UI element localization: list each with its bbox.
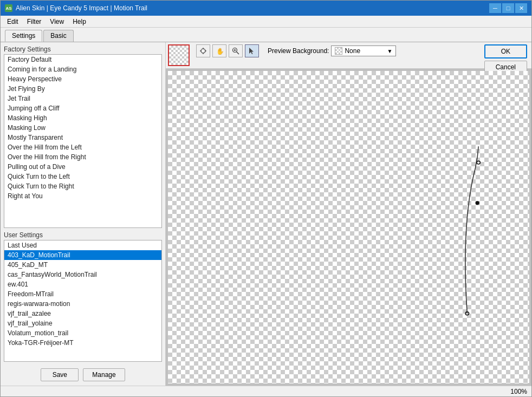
minimize-button[interactable]: ─: [489, 3, 501, 13]
list-item[interactable]: Coming in for a Landing: [4, 64, 161, 74]
list-item[interactable]: Volatum_motion_trail: [4, 328, 161, 338]
list-item[interactable]: Heavy Perspective: [4, 74, 161, 84]
list-item[interactable]: Yoka-TGR-Fréijoer-MT: [4, 338, 161, 348]
checkerboard-background: [168, 71, 529, 383]
svg-text:✋: ✋: [216, 47, 223, 55]
list-item[interactable]: Freedom-MTrail: [4, 289, 161, 299]
list-item[interactable]: Jumping off a Cliff: [4, 103, 161, 113]
list-item[interactable]: regis-warwara-motion: [4, 299, 161, 309]
thumbnail-preview: [168, 44, 190, 66]
list-item[interactable]: Jet Flying By: [4, 84, 161, 94]
list-item[interactable]: vjf_trail_azalee: [4, 309, 161, 318]
svg-line-7: [237, 52, 239, 55]
preview-background-label: Preview Background:: [268, 47, 329, 55]
tab-bar: Settings Basic: [1, 28, 531, 42]
right-panel: ✋: [166, 42, 531, 386]
factory-settings-section: Factory Settings Factory Default Coming …: [4, 45, 162, 228]
factory-settings-label: Factory Settings: [4, 45, 162, 53]
crosshair-icon: [199, 47, 207, 55]
user-settings-list[interactable]: Last Used 403_KaD_MotionTrail 405_KaD_MT…: [4, 240, 162, 362]
preview-background-value: None: [345, 47, 360, 55]
list-item[interactable]: Over the Hill from the Right: [4, 152, 161, 162]
tool-zoom-button[interactable]: [229, 44, 243, 57]
list-item[interactable]: cas_FantasyWorld_MotionTrail: [4, 270, 161, 279]
maximize-button[interactable]: □: [502, 3, 514, 13]
zoom-icon: [232, 47, 239, 55]
ok-button[interactable]: OK: [484, 44, 527, 58]
list-item[interactable]: Masking High: [4, 113, 161, 123]
svg-point-0: [201, 49, 205, 53]
list-item[interactable]: Quick Turn to the Left: [4, 172, 161, 181]
list-item[interactable]: Right at You: [4, 191, 161, 201]
list-item[interactable]: Over the Hill from the Left: [4, 142, 161, 152]
svg-marker-10: [249, 48, 254, 54]
list-item-selected[interactable]: 403_KaD_MotionTrail: [4, 250, 161, 260]
tab-basic[interactable]: Basic: [43, 30, 73, 42]
list-item[interactable]: Pulling out of a Dive: [4, 162, 161, 172]
hand-icon: ✋: [216, 47, 223, 55]
manage-button[interactable]: Manage: [83, 368, 125, 381]
main-window: AS Alien Skin | Eye Candy 5 Impact | Mot…: [0, 0, 532, 397]
factory-settings-list[interactable]: Factory Default Coming in for a Landing …: [4, 54, 162, 228]
arrow-icon: [248, 47, 256, 55]
list-item[interactable]: ew.401: [4, 279, 161, 289]
toolbar: ✋: [192, 44, 483, 57]
list-item[interactable]: Last Used: [4, 240, 161, 250]
preview-background-select[interactable]: None ▼: [331, 45, 396, 56]
menu-filter[interactable]: Filter: [23, 17, 46, 27]
save-button[interactable]: Save: [41, 368, 79, 381]
bottom-buttons: Save Manage: [4, 365, 162, 382]
dropdown-arrow-icon: ▼: [387, 48, 392, 54]
close-button[interactable]: ✕: [515, 3, 527, 13]
app-icon: AS: [5, 4, 12, 12]
menu-edit[interactable]: Edit: [3, 17, 23, 27]
user-settings-label: User Settings: [4, 231, 162, 239]
list-item[interactable]: Factory Default: [4, 55, 161, 64]
list-item[interactable]: Mostly Transparent: [4, 133, 161, 142]
zoom-level: 100%: [510, 388, 527, 395]
list-item[interactable]: Quick Turn to the Right: [4, 181, 161, 191]
tab-settings[interactable]: Settings: [5, 30, 42, 42]
menu-help[interactable]: Help: [68, 17, 90, 27]
list-item[interactable]: Masking Low: [4, 123, 161, 133]
svg-point-13: [476, 201, 479, 205]
tool-crosshair-button[interactable]: [196, 44, 210, 57]
ok-cancel-area: OK Cancel: [484, 44, 527, 74]
menu-bar: Edit Filter View Help: [1, 16, 531, 28]
preview-canvas[interactable]: [168, 71, 529, 383]
window-title: Alien Skin | Eye Candy 5 Impact | Motion…: [16, 4, 147, 12]
top-right-area: ✋: [166, 42, 531, 69]
list-item[interactable]: vjf_trail_yolaine: [4, 318, 161, 328]
svg-point-11: [477, 161, 480, 164]
list-item[interactable]: 405_KaD_MT: [4, 260, 161, 270]
user-settings-section: User Settings Last Used 403_KaD_MotionTr…: [4, 231, 162, 362]
content-area: Factory Settings Factory Default Coming …: [1, 42, 531, 386]
tool-arrow-button[interactable]: [245, 44, 259, 57]
status-bar: 100%: [1, 386, 531, 396]
tool-hand-button[interactable]: ✋: [212, 44, 226, 57]
title-bar-left: AS Alien Skin | Eye Candy 5 Impact | Mot…: [5, 4, 147, 12]
list-item[interactable]: Jet Trail: [4, 94, 161, 103]
title-bar: AS Alien Skin | Eye Candy 5 Impact | Mot…: [1, 1, 531, 16]
menu-view[interactable]: View: [46, 17, 68, 27]
left-panel: Factory Settings Factory Default Coming …: [1, 42, 166, 386]
motion-trail-svg: [168, 71, 529, 383]
window-controls: ─ □ ✕: [489, 3, 527, 13]
